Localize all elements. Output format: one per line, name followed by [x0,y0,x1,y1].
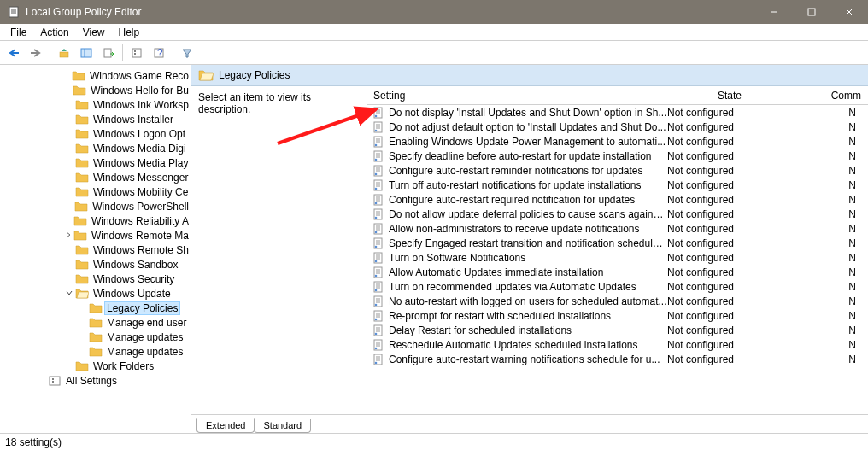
tree-item[interactable]: Manage updates [0,344,191,359]
policy-row[interactable]: Do not allow update deferral policies to… [367,207,868,221]
policy-row[interactable]: Turn off auto-restart notifications for … [367,178,868,192]
policy-row[interactable]: Allow Automatic Updates immediate instal… [367,265,868,279]
tree-item[interactable]: Manage updates [0,330,191,344]
tree-item[interactable]: Windows Logon Opt [0,126,191,141]
tree-item-label: All Settings [64,375,119,387]
folder-icon [75,360,89,372]
tree-item[interactable]: Windows Hello for Bu [0,83,191,97]
policy-row[interactable]: Allow non-administrators to receive upda… [367,221,868,236]
policy-row[interactable]: Configure auto-restart required notifica… [367,192,868,207]
policy-row[interactable]: Delay Restart for scheduled installation… [367,323,868,337]
row-comment: N [795,339,868,351]
tree-item[interactable]: Windows PowerShell [0,199,191,213]
tree-item[interactable]: Windows Media Digi [0,141,191,155]
forward-button[interactable] [26,44,46,62]
title-bar: Local Group Policy Editor [0,0,868,24]
back-button[interactable] [3,44,24,62]
menu-view[interactable]: View [76,25,112,40]
svg-point-111 [375,361,378,364]
tree-item[interactable]: Legacy Policies [0,301,191,315]
svg-point-46 [375,172,378,175]
col-setting[interactable]: Setting [367,90,666,102]
tab-standard[interactable]: Standard [254,419,311,433]
policy-row[interactable]: Reschedule Automatic Updates scheduled i… [367,337,868,352]
tree-item[interactable]: Work Folders [0,359,191,373]
tree-item[interactable]: Windows Security [0,272,191,286]
tree-item[interactable]: Windows Mobility Ce [0,184,191,199]
help-button[interactable]: ? [149,44,169,62]
policy-row[interactable]: Turn on recommended updates via Automati… [367,279,868,294]
tree-item-label: Windows Logon Opt [91,128,187,140]
col-state[interactable]: State [666,90,794,102]
up-button[interactable] [54,44,74,62]
svg-point-96 [375,318,378,320]
tree-item[interactable]: Windows Media Play [0,155,191,170]
menu-action[interactable]: Action [33,25,75,40]
policy-row[interactable]: Re-prompt for restart with scheduled ins… [367,308,868,323]
filter-button[interactable] [177,44,197,62]
tree-item[interactable]: Windows Remote Sh [0,243,191,257]
tree-item-label: Windows PowerShell [91,201,191,213]
policy-row[interactable]: Configure auto-restart reminder notifica… [367,163,868,178]
minimize-button[interactable] [755,0,793,24]
svg-text:?: ? [157,47,163,59]
policy-row[interactable]: Turn on Software NotificationsNot config… [367,250,868,265]
policy-row[interactable]: Configure auto-restart warning notificat… [367,352,868,366]
row-state: Not configured [667,310,795,322]
tree-item[interactable]: Manage end user [0,315,191,330]
folder-icon [74,201,88,213]
tree-item[interactable]: Windows Sandbox [0,257,191,272]
policy-row[interactable]: Enabling Windows Update Power Management… [367,134,868,149]
tree-item[interactable]: Windows Installer [0,112,191,126]
row-state: Not configured [667,281,795,293]
tree-item[interactable]: Windows Remote Ma [0,228,191,243]
policy-row[interactable]: Specify deadline before auto-restart for… [367,149,868,163]
close-button[interactable] [830,0,868,24]
menu-help[interactable]: Help [112,25,147,40]
properties-button[interactable] [126,44,147,62]
folder-icon [72,70,85,82]
maximize-button[interactable] [793,0,830,24]
app-icon [7,5,21,19]
svg-point-81 [375,274,378,277]
chevron-right-icon[interactable] [63,231,73,240]
folder-open-icon [198,68,214,82]
tree-item[interactable]: Windows Ink Worksp [0,97,191,112]
folder-icon [89,317,103,329]
svg-rect-5 [808,9,815,15]
policy-icon [372,237,385,249]
menu-file[interactable]: File [3,25,33,40]
row-state: Not configured [667,179,795,191]
policy-row[interactable]: Do not adjust default option to 'Install… [367,120,868,134]
tree-item-label: Windows Media Play [91,157,190,169]
tree-item-label: Windows Hello for Bu [89,85,191,96]
row-comment: N [795,354,868,365]
col-comment[interactable]: Comm [794,90,868,102]
row-setting: Allow non-administrators to receive upda… [389,223,667,235]
tree-item[interactable]: All Settings [0,373,191,388]
list-rows[interactable]: Do not display 'Install Updates and Shut… [367,105,868,414]
policy-row[interactable]: Specify Engaged restart transition and n… [367,236,868,250]
tree-item[interactable]: Windows Messenger [0,170,191,184]
svg-point-76 [375,260,378,262]
chevron-down-icon[interactable] [63,289,75,298]
policy-row[interactable]: Do not display 'Install Updates and Shut… [367,105,868,120]
tree-pane[interactable]: Windows Game RecoWindows Hello for BuWin… [0,65,191,433]
policy-icon [372,266,385,278]
row-comment: N [795,121,868,133]
description-prompt: Select an item to view its description. [198,91,311,115]
tree-item[interactable]: Windows Game Reco [0,68,191,83]
folder-icon [75,114,89,126]
tree-item[interactable]: Windows Update [0,286,191,301]
policy-row[interactable]: No auto-restart with logged on users for… [367,294,868,308]
export-list-button[interactable] [98,44,119,62]
row-setting: Turn on Software Notifications [389,252,667,264]
policy-icon [372,295,385,307]
window-title: Local Group Policy Editor [26,6,755,18]
tab-extended[interactable]: Extended [196,418,255,433]
row-comment: N [795,107,868,119]
folder-icon [75,143,89,155]
tree-item[interactable]: Windows Reliability A [0,213,191,228]
row-comment: N [795,252,868,264]
show-hide-tree-button[interactable] [76,44,97,62]
